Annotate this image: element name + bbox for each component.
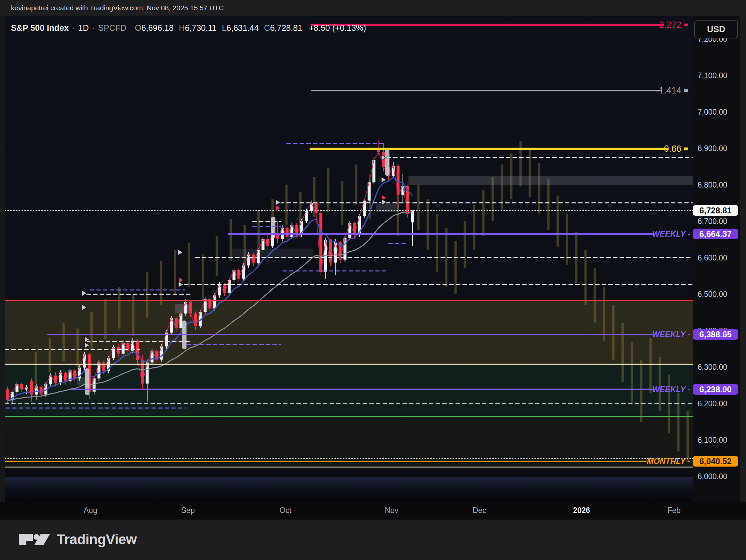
ohlc-c: C6,728.81: [264, 23, 302, 33]
ghost-bar: [188, 243, 190, 287]
price-axis[interactable]: 7,200.007,100.007,000.006,900.006,800.00…: [693, 16, 740, 502]
ghost-bar: [547, 179, 550, 230]
ghost-bar: [105, 299, 107, 340]
time-tick-Oct: Oct: [280, 506, 291, 515]
ghost-bar: [687, 411, 689, 462]
ghost-bar: [659, 357, 661, 411]
ghost-bar: [230, 219, 232, 261]
time-tick-Nov: Nov: [385, 506, 399, 515]
ghost-bar: [35, 352, 37, 389]
time-tick-Dec: Dec: [473, 506, 486, 515]
ghost-bar: [464, 221, 466, 268]
price-badge-6388.65: 6,388.65: [693, 329, 738, 340]
ghost-bar: [216, 236, 218, 276]
weekly-label: WEEKLY -: [652, 229, 690, 238]
price-badge-6728.81: 6,728.81: [693, 205, 738, 216]
price-tick-6700: 6,700.00: [697, 217, 727, 226]
fib-ext--2.272-label: -2.272: [656, 20, 681, 30]
symbol-name[interactable]: S&P 500 Index: [11, 23, 69, 33]
ghost-bar: [118, 287, 121, 329]
gray-arrow-marker: [276, 200, 281, 205]
fib-ext--1.414-label: -1.414: [656, 86, 681, 95]
ghost-bar: [418, 184, 420, 230]
supply-box-6800: [408, 176, 693, 185]
interval[interactable]: 1D: [78, 23, 89, 33]
ohlc-values: O6,696.18H6,730.11L6,631.44C6,728.81: [135, 23, 308, 33]
ohlc-l: L6,631.44: [222, 23, 259, 33]
fib-ext--1.414-tick: [684, 89, 688, 92]
ghost-bar: [258, 210, 260, 250]
footer: TradingView: [0, 520, 746, 560]
ghost-bar: [327, 168, 329, 212]
ghost-bar: [622, 323, 624, 382]
ohlc-h: H6,730.11: [179, 23, 217, 33]
monthly-label: MONTHLY -: [647, 456, 690, 466]
time-tick-2026: 2026: [573, 506, 590, 515]
gray-arrow-marker: [178, 281, 183, 287]
price-badge-6238.00: 6,238.00: [693, 384, 738, 395]
time-tick-Feb: Feb: [667, 506, 681, 515]
ghost-bar: [455, 241, 457, 294]
ghost-bar: [603, 287, 605, 341]
weekly-label: WEEKLY -: [652, 330, 690, 338]
pane-bottom-band: [5, 477, 693, 502]
gray-arrow-marker: [82, 290, 87, 296]
pane-left-margin: [0, 16, 5, 502]
ghost-bar: [594, 268, 596, 323]
supply-zone-olive: [5, 300, 693, 364]
ghost-bar: [677, 393, 680, 451]
ghost-bar: [482, 190, 485, 236]
price-tick-7000: 7,000.00: [697, 108, 727, 117]
price-badge-6040.52: 6,040.52: [693, 456, 738, 467]
tradingview-logo-icon: [19, 533, 51, 546]
ghost-bar: [668, 375, 670, 433]
lower-zone-olive: [5, 416, 693, 467]
symbol-header: S&P 500 Index · 1D · SPCFD O6,696.18H6,7…: [11, 23, 366, 33]
separator: ·: [92, 23, 95, 33]
time-tick-Sep: Sep: [181, 506, 195, 515]
price-tick-6600: 6,600.00: [697, 254, 727, 262]
separator: ·: [72, 23, 75, 33]
pane-right-margin: [740, 16, 746, 502]
price-tick-6900: 6,900.00: [697, 144, 727, 153]
ghost-bar: [202, 254, 204, 301]
gray-arrow-marker: [178, 249, 183, 256]
ghost-bar: [612, 305, 615, 360]
chart-pane[interactable]: -2.272-1.414-0.66WEEKLY -WEEKLY -WEEKLY …: [5, 16, 693, 502]
price-badge-6664.37: 6,664.37: [693, 229, 738, 239]
ghost-bar: [427, 199, 429, 250]
fib-ext--0.66-tick: [684, 147, 688, 150]
demand-zone-green: [5, 364, 693, 416]
price-tick-6200: 6,200.00: [697, 399, 727, 408]
ghost-bar: [285, 184, 288, 225]
attribution-text: kevinapetrei created with TradingView.co…: [11, 4, 224, 12]
ghost-bar: [174, 250, 176, 294]
ghost-bar: [631, 342, 633, 404]
ghost-bar: [538, 163, 540, 214]
ghost-bar: [445, 228, 448, 287]
price-tick-6300: 6,300.00: [697, 363, 727, 372]
price-tick-6000: 6,000.00: [697, 472, 727, 481]
tradingview-logo-text: TradingView: [57, 531, 137, 548]
ghost-bar: [63, 323, 65, 361]
fib-ext--2.272-tick: [684, 24, 688, 26]
red-arrow-marker: [276, 205, 281, 211]
candlestick-plot[interactable]: -2.272-1.414-0.66WEEKLY -WEEKLY -WEEKLY …: [5, 16, 693, 502]
attribution-bar: kevinapetrei created with TradingView.co…: [0, 0, 746, 16]
ghost-bar: [49, 338, 51, 373]
highlighted-bar: [385, 149, 390, 176]
currency-toggle-button[interactable]: USD: [694, 20, 738, 38]
ghost-bar: [146, 272, 148, 318]
time-axis[interactable]: AugSepOctNovDec2026Feb: [0, 502, 746, 520]
price-tick-6800: 6,800.00: [697, 181, 727, 189]
ghost-bar: [355, 165, 357, 205]
price-tick-7100: 7,100.00: [697, 71, 727, 80]
price-tick-6100: 6,100.00: [697, 436, 727, 445]
price-tick-6500: 6,500.00: [697, 290, 727, 299]
exchange: SPCFD: [98, 23, 126, 33]
ghost-bar: [473, 205, 476, 250]
ghost-bar: [650, 338, 652, 393]
ghost-bar: [436, 214, 438, 272]
tradingview-logo[interactable]: TradingView: [19, 531, 137, 548]
ghost-bar: [584, 250, 587, 305]
